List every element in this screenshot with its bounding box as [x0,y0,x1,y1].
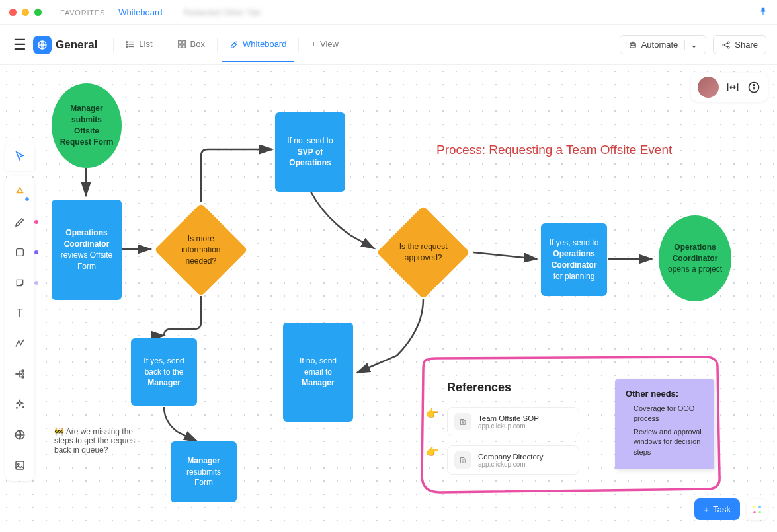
ai-tool[interactable] [11,395,29,414]
connector-tool[interactable] [11,334,29,353]
svg-line-18 [725,43,728,44]
node-sendback-text: If yes, send back to the Manager [138,356,190,389]
space-title: General [56,38,97,52]
pin-icon[interactable] [758,7,768,18]
node-svp-text: If no, send to SVP of Operations [282,135,339,169]
svg-point-4 [126,41,128,42]
pointing-hand-icon: 👉 [426,407,439,420]
apps-button[interactable] [747,499,768,520]
window-minimize-icon[interactable] [22,9,29,16]
doc-icon: 🗎 [454,451,471,469]
node-planning-text: If yes, send to Operations Coordinator f… [548,237,600,282]
node-sendback[interactable]: If yes, send back to the Manager [131,338,197,406]
view-tab-whiteboard-label: Whiteboard [243,39,286,49]
toolbar: ☰ General List Box Whiteboard + View Aut… [0,25,777,65]
tool-strip-cursor [5,141,34,171]
svg-point-29 [18,463,19,465]
tool-strip-main: T [5,176,34,481]
node-moreinfo[interactable]: Is more information needed? [154,203,247,296]
node-svp[interactable]: If no, send to SVP of Operations [275,112,345,192]
task-label: Task [713,504,731,514]
favorites-label: FAVORITES [60,9,105,17]
ref-card-sop[interactable]: 🗎 Team Offsite SOP app.clickup.com [447,407,579,436]
view-tab-box[interactable]: Box [169,27,213,62]
node-approved[interactable]: Is the request approved? [376,206,470,299]
process-title: Process: Requesting a Team Offsite Event [436,143,672,157]
svg-rect-9 [178,44,181,47]
needs-item: Review and approval windows for decision… [634,427,704,457]
share-button[interactable]: Share [713,35,766,54]
new-task-button[interactable]: + Task [694,498,741,520]
svg-point-13 [634,44,635,46]
window-zoom-icon[interactable] [34,9,42,16]
ref-card-directory[interactable]: 🗎 Company Directory app.clickup.com [447,445,579,475]
view-tab-list-label: List [139,39,152,49]
svg-rect-7 [178,40,181,43]
needs-item: Coverage for OOO process [634,404,704,424]
svg-point-23 [22,373,24,375]
svg-point-34 [753,85,755,86]
node-planning[interactable]: If yes, send to Operations Coordinator f… [541,223,607,296]
svg-rect-28 [16,461,24,469]
ref-card-title: Team Offsite SOP [478,414,539,422]
top-tab-other[interactable]: Redacted Other Tab [176,7,268,17]
ref-card-title: Company Directory [478,453,543,461]
pointing-hand-icon: 👉 [426,445,439,458]
space-icon[interactable] [33,36,52,54]
svg-point-12 [631,44,632,46]
rect-tool[interactable] [11,243,29,262]
cursor-tool[interactable] [11,147,29,165]
svg-point-25 [23,407,24,408]
chevron-down-icon[interactable]: ⌄ [684,40,698,50]
bottom-right-controls: + Task [694,498,768,520]
top-tab-whiteboard[interactable]: Whiteboard [110,7,170,17]
info-icon[interactable] [747,80,761,95]
pen-tool[interactable] [11,213,29,231]
node-resubmit[interactable]: Manager resubmits Form [171,441,237,502]
shapes-tool[interactable] [11,182,29,201]
node-moreinfo-text: Is more information needed? [175,233,227,266]
image-tool[interactable] [11,456,29,475]
menu-button[interactable]: ☰ [11,34,29,56]
sticky-tool[interactable] [11,274,29,292]
node-review[interactable]: Operations Coordinator reviews Offsite F… [52,200,122,300]
fit-width-icon[interactable] [725,80,740,95]
canvas-comment[interactable]: 🚧 Are we missing the steps to get the re… [54,427,140,455]
share-label: Share [735,40,758,50]
node-start[interactable]: Manager submits Offsite Request Form [52,83,122,168]
svg-point-38 [758,511,761,513]
references-heading: References [447,381,511,395]
needs-sticky[interactable]: Other needs: Coverage for OOO process Re… [615,379,714,469]
svg-rect-10 [182,44,184,47]
node-start-text: Manager submits Offsite Request Form [58,103,115,147]
needs-title: Other needs: [626,389,704,399]
node-opens[interactable]: Operations Coordinator opens a project [659,215,731,301]
svg-point-24 [22,376,24,378]
window-bar: FAVORITES Whiteboard Redacted Other Tab [0,0,777,25]
node-emailno[interactable]: If no, send email to Manager [283,323,353,422]
automate-button[interactable]: Automate ⌄ [620,35,707,54]
whiteboard-canvas[interactable]: T Process: Requesting a Team Offsite Eve… [0,65,777,532]
svg-point-26 [17,408,18,409]
view-tab-list[interactable]: List [118,27,160,62]
view-tab-add-label: View [320,39,339,49]
ref-card-sub: app.clickup.com [478,461,543,468]
svg-point-6 [126,46,128,47]
svg-point-35 [753,506,756,508]
window-close-icon[interactable] [9,9,17,16]
svg-point-21 [16,373,18,375]
doc-icon: 🗎 [454,413,471,430]
view-tab-add[interactable]: + View [303,27,347,62]
mindmap-tool[interactable] [11,365,29,383]
node-resubmit-text: Manager resubmits Form [177,455,230,488]
view-tab-whiteboard[interactable]: Whiteboard [222,27,294,62]
svg-rect-8 [182,40,184,43]
node-review-text: Operations Coordinator reviews Offsite F… [58,227,115,272]
view-tab-box-label: Box [190,39,205,49]
node-emailno-text: If no, send email to Manager [290,356,347,389]
text-tool[interactable]: T [11,304,29,323]
svg-point-37 [753,511,756,513]
node-approved-text: Is the request approved? [397,241,450,264]
avatar[interactable] [698,77,719,98]
web-tool[interactable] [11,426,29,444]
